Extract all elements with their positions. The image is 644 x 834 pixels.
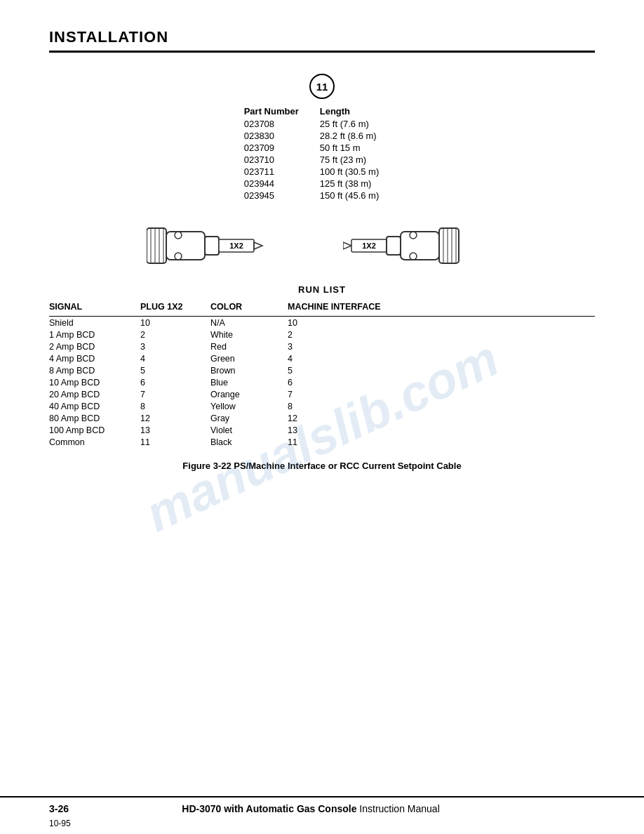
svg-rect-16 (401, 232, 439, 260)
table-cell: 6 (140, 376, 210, 388)
table-cell: 150 ft (45.6 m) (320, 190, 401, 201)
svg-marker-11 (254, 242, 262, 249)
table-cell: 7 (140, 388, 210, 400)
table-cell: 023708 (244, 118, 320, 130)
table-cell: 20 Amp BCD (49, 388, 140, 400)
table-row: Shield10N/A10 (49, 317, 595, 329)
table-cell: 2 Amp BCD (49, 340, 140, 352)
table-cell: Brown (210, 364, 288, 376)
table-cell: Violet (210, 424, 288, 436)
svg-point-18 (410, 253, 417, 260)
footer-title-bold: HD-3070 with Automatic Gas Console (182, 803, 356, 814)
part-number-section: 11 Part Number Length 02370825 ft (7.6 m… (49, 74, 595, 201)
table-row: 100 Amp BCD13Violet13 (49, 424, 595, 436)
section-title: INSTALLATION (49, 28, 595, 53)
run-list-title: RUN LIST (49, 284, 595, 295)
table-row: 02383028.2 ft (8.6 m) (244, 130, 401, 142)
table-cell: 3 (140, 340, 210, 352)
col-color-header: COLOR (210, 300, 288, 317)
length-header: Length (320, 105, 401, 118)
table-cell: 023830 (244, 130, 320, 142)
table-cell: 023945 (244, 190, 320, 201)
table-row: 8 Amp BCD5Brown5 (49, 364, 595, 376)
svg-rect-8 (205, 237, 219, 255)
table-cell: Green (210, 352, 288, 364)
footer-page-number: 3-26 (49, 803, 69, 814)
svg-point-7 (175, 253, 182, 260)
table-cell: 13 (140, 424, 210, 436)
table-cell: 8 (288, 400, 595, 412)
table-cell: 12 (140, 412, 210, 424)
table-row: 10 Amp BCD6Blue6 (49, 376, 595, 388)
table-row: 1 Amp BCD2White2 (49, 329, 595, 340)
col-signal-header: SIGNAL (49, 300, 140, 317)
svg-rect-5 (166, 232, 205, 260)
svg-text:1X2: 1X2 (229, 241, 243, 250)
table-cell: Yellow (210, 400, 288, 412)
table-cell: Common (49, 436, 140, 448)
table-cell: 023711 (244, 166, 320, 178)
table-row: 023945150 ft (45.6 m) (244, 190, 401, 201)
table-cell: 023944 (244, 178, 320, 190)
table-cell: 8 Amp BCD (49, 364, 140, 376)
table-cell: 11 (140, 436, 210, 448)
table-cell: 75 ft (23 m) (320, 154, 401, 166)
page-footer: 3-26 HD-3070 with Automatic Gas Console … (0, 796, 644, 814)
left-connector-svg: 1X2 (147, 214, 301, 277)
table-row: 4 Amp BCD4Green4 (49, 352, 595, 364)
svg-rect-15 (387, 237, 401, 255)
table-cell: 12 (288, 412, 595, 424)
table-cell: 4 (140, 352, 210, 364)
table-cell: 28.2 ft (8.6 m) (320, 130, 401, 142)
footer-title: HD-3070 with Automatic Gas Console Instr… (182, 803, 440, 814)
footer-date: 10-95 (49, 819, 71, 828)
figure-caption: Figure 3-22 PS/Machine Interface or RCC … (49, 461, 595, 471)
table-cell: 8 (140, 400, 210, 412)
table-cell: 80 Amp BCD (49, 412, 140, 424)
table-cell: 125 ft (38 m) (320, 178, 401, 190)
table-cell: Orange (210, 388, 288, 400)
table-cell: 50 ft 15 m (320, 142, 401, 154)
table-cell: White (210, 329, 288, 340)
table-cell: 023710 (244, 154, 320, 166)
table-cell: 40 Amp BCD (49, 400, 140, 412)
table-cell: 6 (288, 376, 595, 388)
table-cell: 5 (288, 364, 595, 376)
table-cell: Red (210, 340, 288, 352)
svg-text:1X2: 1X2 (362, 241, 376, 250)
table-row: 20 Amp BCD7Orange7 (49, 388, 595, 400)
cable-diagram: 1X2 1X2 (49, 214, 595, 277)
table-cell: 2 (140, 329, 210, 340)
callout-circle: 11 (309, 74, 335, 99)
table-row: Common11Black11 (49, 436, 595, 448)
right-connector-svg: 1X2 (343, 214, 497, 277)
table-cell: 3 (288, 340, 595, 352)
table-cell: 5 (140, 364, 210, 376)
table-row: 2 Amp BCD3Red3 (49, 340, 595, 352)
table-cell: 10 (288, 317, 595, 329)
table-cell: Black (210, 436, 288, 448)
svg-marker-12 (343, 242, 351, 249)
col-machine-header: MACHINE INTERFACE (288, 300, 595, 317)
table-cell: 25 ft (7.6 m) (320, 118, 401, 130)
table-cell: 13 (288, 424, 595, 436)
table-cell: 4 Amp BCD (49, 352, 140, 364)
table-row: 02370950 ft 15 m (244, 142, 401, 154)
table-cell: Blue (210, 376, 288, 388)
table-row: 02371075 ft (23 m) (244, 154, 401, 166)
table-cell: 10 (140, 317, 210, 329)
table-cell: 023709 (244, 142, 320, 154)
col-plug-header: PLUG 1X2 (140, 300, 210, 317)
svg-point-6 (175, 232, 182, 239)
footer-title-normal: Instruction Manual (356, 803, 439, 814)
table-cell: 1 Amp BCD (49, 329, 140, 340)
table-row: 40 Amp BCD8Yellow8 (49, 400, 595, 412)
table-cell: 7 (288, 388, 595, 400)
table-row: 80 Amp BCD12Gray12 (49, 412, 595, 424)
table-cell: N/A (210, 317, 288, 329)
table-cell: Gray (210, 412, 288, 424)
table-cell: Shield (49, 317, 140, 329)
table-cell: 2 (288, 329, 595, 340)
table-cell: 10 Amp BCD (49, 376, 140, 388)
table-cell: 100 ft (30.5 m) (320, 166, 401, 178)
